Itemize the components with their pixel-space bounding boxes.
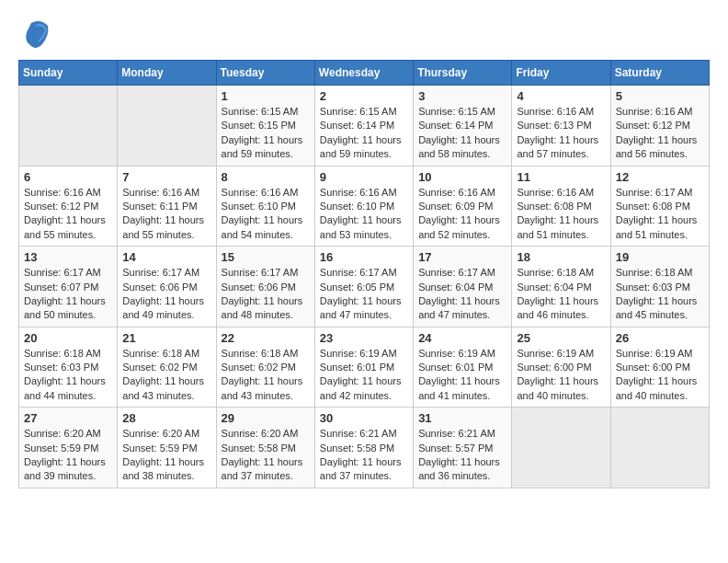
day-number: 9 <box>320 170 408 184</box>
day-info: Sunrise: 6:16 AMSunset: 6:13 PMDaylight:… <box>517 105 605 162</box>
calendar-cell: 22Sunrise: 6:18 AMSunset: 6:02 PMDayligh… <box>216 327 314 408</box>
calendar-cell: 11Sunrise: 6:16 AMSunset: 6:08 PMDayligh… <box>512 166 610 247</box>
calendar-cell: 3Sunrise: 6:15 AMSunset: 6:14 PMDaylight… <box>414 86 512 167</box>
day-info: Sunrise: 6:16 AMSunset: 6:09 PMDaylight:… <box>418 186 506 243</box>
calendar-cell: 12Sunrise: 6:17 AMSunset: 6:08 PMDayligh… <box>610 166 709 247</box>
weekday-header: Friday <box>512 61 610 86</box>
day-info: Sunrise: 6:21 AMSunset: 5:58 PMDaylight:… <box>320 427 408 484</box>
weekday-header: Sunday <box>19 61 118 86</box>
calendar-cell: 4Sunrise: 6:16 AMSunset: 6:13 PMDaylight… <box>512 86 610 167</box>
calendar-cell: 23Sunrise: 6:19 AMSunset: 6:01 PMDayligh… <box>314 327 413 408</box>
day-number: 2 <box>320 89 408 103</box>
calendar-cell <box>118 86 216 167</box>
day-info: Sunrise: 6:20 AMSunset: 5:58 PMDaylight:… <box>222 427 310 484</box>
day-number: 17 <box>418 250 506 264</box>
day-info: Sunrise: 6:18 AMSunset: 6:03 PMDaylight:… <box>24 347 112 404</box>
calendar-cell: 29Sunrise: 6:20 AMSunset: 5:58 PMDayligh… <box>216 408 314 488</box>
day-number: 8 <box>222 170 310 184</box>
day-number: 1 <box>222 89 310 103</box>
weekday-header: Monday <box>118 61 216 86</box>
day-number: 25 <box>517 331 605 345</box>
day-number: 15 <box>222 250 310 264</box>
calendar-cell: 24Sunrise: 6:19 AMSunset: 6:01 PMDayligh… <box>414 327 512 408</box>
calendar-week-row: 27Sunrise: 6:20 AMSunset: 5:59 PMDayligh… <box>19 408 710 488</box>
day-info: Sunrise: 6:17 AMSunset: 6:05 PMDaylight:… <box>320 266 408 323</box>
day-info: Sunrise: 6:17 AMSunset: 6:08 PMDaylight:… <box>616 186 704 243</box>
weekday-header: Wednesday <box>314 61 413 86</box>
calendar-cell: 13Sunrise: 6:17 AMSunset: 6:07 PMDayligh… <box>19 247 118 327</box>
calendar-cell: 2Sunrise: 6:15 AMSunset: 6:14 PMDaylight… <box>314 86 413 167</box>
day-info: Sunrise: 6:17 AMSunset: 6:07 PMDaylight:… <box>24 266 112 323</box>
day-number: 18 <box>517 250 605 264</box>
day-info: Sunrise: 6:15 AMSunset: 6:14 PMDaylight:… <box>418 105 506 162</box>
calendar-header: SundayMondayTuesdayWednesdayThursdayFrid… <box>19 61 710 86</box>
day-number: 12 <box>616 170 704 184</box>
day-info: Sunrise: 6:15 AMSunset: 6:15 PMDaylight:… <box>222 105 310 162</box>
calendar-cell: 17Sunrise: 6:17 AMSunset: 6:04 PMDayligh… <box>414 247 512 327</box>
calendar-cell <box>512 408 610 488</box>
calendar-week-row: 6Sunrise: 6:16 AMSunset: 6:12 PMDaylight… <box>19 166 710 247</box>
day-info: Sunrise: 6:16 AMSunset: 6:10 PMDaylight:… <box>320 186 408 243</box>
day-info: Sunrise: 6:19 AMSunset: 6:01 PMDaylight:… <box>320 347 408 404</box>
day-number: 23 <box>320 331 408 345</box>
day-number: 28 <box>122 411 210 425</box>
day-number: 20 <box>24 331 112 345</box>
calendar-cell: 20Sunrise: 6:18 AMSunset: 6:03 PMDayligh… <box>19 327 118 408</box>
calendar-cell: 14Sunrise: 6:17 AMSunset: 6:06 PMDayligh… <box>118 247 216 327</box>
calendar-cell: 25Sunrise: 6:19 AMSunset: 6:00 PMDayligh… <box>512 327 610 408</box>
logo <box>18 18 50 51</box>
day-info: Sunrise: 6:19 AMSunset: 6:00 PMDaylight:… <box>616 347 704 404</box>
calendar-cell: 19Sunrise: 6:18 AMSunset: 6:03 PMDayligh… <box>610 247 709 327</box>
day-info: Sunrise: 6:16 AMSunset: 6:11 PMDaylight:… <box>122 186 210 243</box>
weekday-header: Saturday <box>610 61 709 86</box>
calendar-cell: 8Sunrise: 6:16 AMSunset: 6:10 PMDaylight… <box>216 166 314 247</box>
day-info: Sunrise: 6:16 AMSunset: 6:08 PMDaylight:… <box>517 186 605 243</box>
calendar-cell: 27Sunrise: 6:20 AMSunset: 5:59 PMDayligh… <box>19 408 118 488</box>
day-number: 14 <box>122 250 210 264</box>
day-info: Sunrise: 6:20 AMSunset: 5:59 PMDaylight:… <box>122 427 210 484</box>
day-info: Sunrise: 6:16 AMSunset: 6:12 PMDaylight:… <box>24 186 112 243</box>
day-number: 11 <box>517 170 605 184</box>
day-number: 29 <box>222 411 310 425</box>
calendar-cell: 16Sunrise: 6:17 AMSunset: 6:05 PMDayligh… <box>314 247 413 327</box>
day-info: Sunrise: 6:16 AMSunset: 6:10 PMDaylight:… <box>222 186 310 243</box>
calendar-week-row: 20Sunrise: 6:18 AMSunset: 6:03 PMDayligh… <box>19 327 710 408</box>
logo-icon <box>22 18 50 51</box>
day-info: Sunrise: 6:17 AMSunset: 6:06 PMDaylight:… <box>122 266 210 323</box>
calendar-cell: 5Sunrise: 6:16 AMSunset: 6:12 PMDaylight… <box>610 86 709 167</box>
day-number: 10 <box>418 170 506 184</box>
day-number: 19 <box>616 250 704 264</box>
calendar-cell: 26Sunrise: 6:19 AMSunset: 6:00 PMDayligh… <box>610 327 709 408</box>
day-info: Sunrise: 6:19 AMSunset: 6:01 PMDaylight:… <box>418 347 506 404</box>
calendar-cell: 9Sunrise: 6:16 AMSunset: 6:10 PMDaylight… <box>314 166 413 247</box>
page-header <box>18 18 710 51</box>
day-info: Sunrise: 6:18 AMSunset: 6:03 PMDaylight:… <box>616 266 704 323</box>
day-number: 3 <box>418 89 506 103</box>
day-info: Sunrise: 6:18 AMSunset: 6:02 PMDaylight:… <box>122 347 210 404</box>
day-number: 31 <box>418 411 506 425</box>
day-number: 4 <box>517 89 605 103</box>
day-info: Sunrise: 6:19 AMSunset: 6:00 PMDaylight:… <box>517 347 605 404</box>
weekday-header: Tuesday <box>216 61 314 86</box>
day-info: Sunrise: 6:18 AMSunset: 6:04 PMDaylight:… <box>517 266 605 323</box>
day-info: Sunrise: 6:21 AMSunset: 5:57 PMDaylight:… <box>418 427 506 484</box>
day-number: 7 <box>122 170 210 184</box>
calendar-cell: 15Sunrise: 6:17 AMSunset: 6:06 PMDayligh… <box>216 247 314 327</box>
day-number: 30 <box>320 411 408 425</box>
day-info: Sunrise: 6:16 AMSunset: 6:12 PMDaylight:… <box>616 105 704 162</box>
day-info: Sunrise: 6:17 AMSunset: 6:04 PMDaylight:… <box>418 266 506 323</box>
calendar-cell: 1Sunrise: 6:15 AMSunset: 6:15 PMDaylight… <box>216 86 314 167</box>
day-number: 6 <box>24 170 112 184</box>
calendar-cell <box>610 408 709 488</box>
calendar-week-row: 1Sunrise: 6:15 AMSunset: 6:15 PMDaylight… <box>19 86 710 167</box>
day-number: 24 <box>418 331 506 345</box>
day-number: 5 <box>616 89 704 103</box>
day-number: 27 <box>24 411 112 425</box>
weekday-header: Thursday <box>414 61 512 86</box>
day-number: 16 <box>320 250 408 264</box>
day-info: Sunrise: 6:18 AMSunset: 6:02 PMDaylight:… <box>222 347 310 404</box>
calendar-cell: 21Sunrise: 6:18 AMSunset: 6:02 PMDayligh… <box>118 327 216 408</box>
day-info: Sunrise: 6:15 AMSunset: 6:14 PMDaylight:… <box>320 105 408 162</box>
calendar-cell <box>19 86 118 167</box>
calendar-cell: 30Sunrise: 6:21 AMSunset: 5:58 PMDayligh… <box>314 408 413 488</box>
